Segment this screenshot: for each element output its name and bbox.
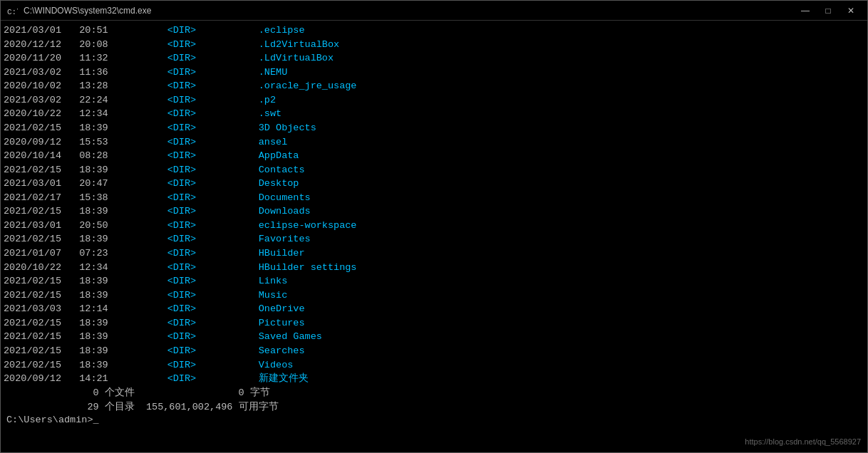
entry-type: <DIR> bbox=[108, 372, 201, 386]
entry-date: 2020/11/20 bbox=[4, 51, 68, 66]
entry-type: <DIR> bbox=[108, 344, 201, 358]
entry-type: <DIR> bbox=[108, 93, 201, 108]
entry-date: 2021/03/01 bbox=[4, 24, 68, 38]
watermark-text: https://blog.csdn.net/qq_5568927 bbox=[745, 437, 861, 446]
entry-name: HBuilder bbox=[201, 246, 305, 261]
entry-date: 2021/02/15 bbox=[4, 344, 68, 358]
entry-date: 2020/09/12 bbox=[4, 135, 68, 150]
table-row: 2020/11/20 11:32 <DIR> .LdVirtualBox bbox=[4, 51, 864, 66]
entry-date: 2021/02/17 bbox=[4, 191, 68, 205]
entry-name: .eclipse bbox=[201, 24, 305, 38]
table-row: 2021/02/15 18:39 <DIR> Saved Games bbox=[4, 330, 864, 344]
entry-time: 18:39 bbox=[68, 316, 108, 330]
entry-type: <DIR> bbox=[108, 79, 201, 93]
entry-date: 2021/02/15 bbox=[4, 204, 68, 219]
entry-date: 2020/10/02 bbox=[4, 79, 68, 93]
entry-type: <DIR> bbox=[108, 191, 201, 205]
entry-name: Pictures bbox=[201, 316, 305, 330]
table-row: 2020/12/12 20:08 <DIR> .Ld2VirtualBox bbox=[4, 38, 864, 52]
maximize-button[interactable]: □ bbox=[817, 4, 839, 18]
svg-text:C:\: C:\ bbox=[7, 8, 18, 16]
entry-time: 18:39 bbox=[68, 204, 108, 219]
title-bar-left: C:\ C:\WINDOWS\system32\cmd.exe bbox=[6, 5, 151, 16]
entry-time: 18:39 bbox=[68, 358, 108, 373]
entry-time: 18:39 bbox=[68, 163, 108, 177]
table-row: 2021/03/01 20:47 <DIR> Desktop bbox=[4, 177, 864, 191]
entry-name: Favorites bbox=[201, 232, 311, 246]
entry-time: 20:08 bbox=[68, 38, 108, 52]
entry-type: <DIR> bbox=[108, 51, 201, 66]
entry-name: Desktop bbox=[201, 177, 299, 191]
entry-time: 15:53 bbox=[68, 135, 108, 150]
entry-name: Documents bbox=[201, 191, 311, 205]
terminal-output[interactable]: 2021/03/01 20:51 <DIR> .eclipse2020/12/1… bbox=[1, 21, 867, 452]
entry-date: 2020/09/12 bbox=[4, 372, 68, 386]
table-row: 2021/02/15 18:39 <DIR> Contacts bbox=[4, 163, 864, 177]
table-row: 2020/10/22 12:34 <DIR> HBuilder settings bbox=[4, 261, 864, 275]
entry-time: 20:50 bbox=[68, 219, 108, 233]
entry-time: 14:21 bbox=[68, 372, 108, 386]
table-row: 2021/02/15 18:39 <DIR> 3D Objects bbox=[4, 121, 864, 135]
entry-time: 18:39 bbox=[68, 232, 108, 246]
entry-type: <DIR> bbox=[108, 261, 201, 275]
entry-time: 22:24 bbox=[68, 93, 108, 108]
table-row: 2021/03/02 22:24 <DIR> .p2 bbox=[4, 93, 864, 108]
entry-name: .swt bbox=[201, 107, 281, 121]
entry-date: 2021/02/15 bbox=[4, 316, 68, 330]
table-row: 2021/01/07 07:23 <DIR> HBuilder bbox=[4, 246, 864, 261]
table-row: 2020/10/14 08:28 <DIR> AppData bbox=[4, 149, 864, 163]
table-row: 2021/03/03 12:14 <DIR> OneDrive bbox=[4, 302, 864, 316]
entry-type: <DIR> bbox=[108, 66, 201, 80]
close-button[interactable]: ✕ bbox=[840, 4, 862, 18]
command-prompt[interactable]: C:\Users\admin>_ bbox=[4, 415, 864, 425]
table-row: 2021/03/01 20:51 <DIR> .eclipse bbox=[4, 24, 864, 38]
entry-time: 11:36 bbox=[68, 66, 108, 80]
entry-date: 2020/10/14 bbox=[4, 149, 68, 163]
table-row: 2020/10/22 12:34 <DIR> .swt bbox=[4, 107, 864, 121]
entry-time: 11:32 bbox=[68, 51, 108, 66]
entry-date: 2021/02/15 bbox=[4, 358, 68, 373]
entry-date: 2020/12/12 bbox=[4, 38, 68, 52]
entry-date: 2021/03/02 bbox=[4, 66, 68, 80]
entry-name: AppData bbox=[201, 149, 299, 163]
entry-time: 18:39 bbox=[68, 274, 108, 288]
entry-date: 2021/03/02 bbox=[4, 93, 68, 108]
entry-type: <DIR> bbox=[108, 107, 201, 121]
entry-type: <DIR> bbox=[108, 38, 201, 52]
entry-date: 2021/02/15 bbox=[4, 121, 68, 135]
entry-time: 12:34 bbox=[68, 261, 108, 275]
entry-type: <DIR> bbox=[108, 177, 201, 191]
entry-type: <DIR> bbox=[108, 302, 201, 316]
entry-date: 2021/02/15 bbox=[4, 232, 68, 246]
entry-time: 12:14 bbox=[68, 302, 108, 316]
entry-date: 2021/02/15 bbox=[4, 274, 68, 288]
cmd-window: C:\ C:\WINDOWS\system32\cmd.exe — □ ✕ 20… bbox=[0, 0, 868, 453]
entry-name: Searches bbox=[201, 344, 305, 358]
entry-time: 18:39 bbox=[68, 344, 108, 358]
table-row: 2021/02/15 18:39 <DIR> Videos bbox=[4, 358, 864, 373]
entry-name: Links bbox=[201, 274, 288, 288]
entry-type: <DIR> bbox=[108, 288, 201, 303]
entry-type: <DIR> bbox=[108, 204, 201, 219]
table-row: 2021/02/17 15:38 <DIR> Documents bbox=[4, 191, 864, 205]
entry-date: 2021/01/07 bbox=[4, 246, 68, 261]
entry-time: 18:39 bbox=[68, 288, 108, 303]
table-row: 2020/09/12 14:21 <DIR> 新建文件夹 bbox=[4, 372, 864, 386]
entry-name: Videos bbox=[201, 358, 294, 373]
entry-type: <DIR> bbox=[108, 358, 201, 373]
entry-type: <DIR> bbox=[108, 274, 201, 288]
minimize-button[interactable]: — bbox=[795, 4, 816, 18]
entry-time: 18:39 bbox=[68, 121, 108, 135]
entry-type: <DIR> bbox=[108, 316, 201, 330]
entry-name: .oracle_jre_usage bbox=[201, 79, 357, 93]
window-controls: — □ ✕ bbox=[795, 4, 862, 18]
entry-time: 08:28 bbox=[68, 149, 108, 163]
entry-time: 20:51 bbox=[68, 24, 108, 38]
entry-name: Music bbox=[201, 288, 288, 303]
entry-name: 新建文件夹 bbox=[201, 372, 309, 386]
cmd-icon: C:\ bbox=[6, 5, 18, 16]
entry-type: <DIR> bbox=[108, 149, 201, 163]
table-row: 2021/03/01 20:50 <DIR> eclipse-workspace bbox=[4, 219, 864, 233]
entry-name: .NEMU bbox=[201, 66, 288, 80]
entry-name: 3D Objects bbox=[201, 121, 316, 135]
